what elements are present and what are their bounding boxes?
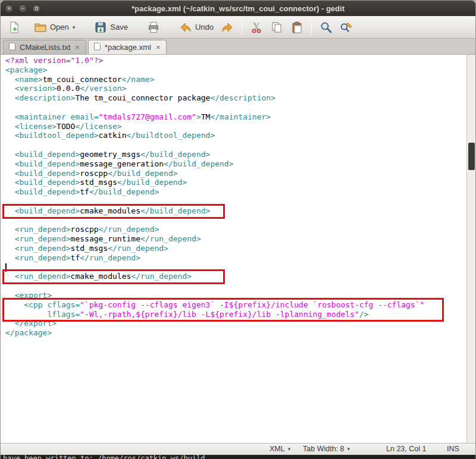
save-button[interactable]: Save: [90, 19, 131, 36]
code-token: <buildtool_depend>: [15, 131, 99, 140]
paste-button[interactable]: [287, 19, 307, 36]
tab-label: *package.xml: [105, 43, 151, 52]
code-line[interactable]: <license>TODO</license>: [5, 122, 466, 131]
code-token: </description>: [210, 93, 275, 102]
tab-package-xml[interactable]: *package.xml ×: [88, 40, 167, 54]
code-line[interactable]: <?xml version="1.0"?>: [5, 56, 466, 65]
editor-area[interactable]: <?xml version="1.0"?><package> <name>tm_…: [1, 55, 475, 443]
code-token: tm_coui_connector: [43, 75, 122, 84]
language-selector[interactable]: XML ▾: [270, 445, 290, 453]
cut-scissors-icon: [250, 21, 263, 34]
tab-width-label: Tab Width: 8: [303, 445, 344, 453]
code-line[interactable]: <run_depend>message_runtime</run_depend>: [5, 234, 466, 244]
code-token: [5, 244, 15, 253]
cursor-position: Ln 23, Col 1: [386, 445, 426, 453]
code-line[interactable]: <build_depend>geometry_msgs</build_depen…: [5, 150, 466, 159]
redo-button[interactable]: [217, 19, 237, 36]
code-token: TM: [201, 112, 211, 121]
code-token: <description>: [15, 93, 76, 102]
tab-label: CMakeLists.txt: [20, 43, 70, 52]
code-line[interactable]: <build_depend>tf</build_depend>: [5, 187, 466, 197]
print-icon: [147, 21, 160, 34]
code-token: tf: [71, 253, 80, 262]
open-folder-icon: [34, 21, 47, 34]
code-token: [5, 253, 15, 262]
paste-clipboard-icon: [290, 21, 303, 34]
code-token: <build_depend>: [15, 178, 80, 187]
code-line[interactable]: <build_depend>message_generation</build_…: [5, 159, 466, 169]
scrollbar-thumb[interactable]: [468, 143, 475, 170]
redo-icon: [221, 21, 234, 34]
code-token: <name>: [15, 75, 43, 84]
code-token: roscpp: [71, 225, 99, 234]
tab-cmakelists[interactable]: CMakeLists.txt ×: [3, 40, 86, 54]
code-token: <build_depend>: [15, 159, 80, 168]
new-document-button[interactable]: [4, 19, 24, 36]
code-line[interactable]: <buildtool_depend>catkin</buildtool_depe…: [5, 131, 466, 140]
code-line[interactable]: <run_depend>tf</run_depend>: [5, 253, 466, 263]
code-token: </run_depend>: [99, 225, 159, 234]
find-button[interactable]: [316, 19, 336, 36]
code-token: ?>: [94, 56, 104, 65]
code-token: </build_depend>: [164, 159, 233, 168]
replace-button[interactable]: [336, 19, 356, 36]
code-line[interactable]: <run_depend>std_msgs</run_depend>: [5, 244, 466, 253]
gedit-window: × − *package.xml (~/catkin_ws/src/tm_cou…: [0, 0, 476, 459]
tab-close-icon[interactable]: ×: [74, 43, 81, 51]
language-label: XML: [270, 445, 285, 453]
cut-button[interactable]: [246, 19, 267, 36]
code-line[interactable]: <package>: [5, 65, 466, 75]
code-token: <license>: [15, 122, 57, 131]
code-token: [5, 75, 15, 84]
undo-button[interactable]: Undo: [176, 19, 217, 36]
code-line[interactable]: <version>0.0.0</version>: [5, 84, 466, 93]
code-token: <run_depend>: [15, 234, 71, 243]
annotation-box-export-cpp-flags: [2, 298, 444, 322]
code-line[interactable]: [5, 140, 466, 150]
save-icon: [94, 21, 107, 34]
code-line[interactable]: <build_depend>std_msgs</build_depend>: [5, 178, 466, 187]
code-token: [5, 187, 15, 196]
code-token: </build_depend>: [140, 150, 210, 159]
code-token: </license>: [75, 122, 121, 131]
document-icon: [93, 42, 101, 52]
code-token: <build_depend>: [15, 150, 80, 159]
code-line[interactable]: <maintainer email="tmdals727@gmail.com">…: [5, 112, 466, 122]
code-line[interactable]: [5, 103, 466, 112]
code-token: <maintainer email=: [15, 112, 99, 121]
open-dropdown-icon[interactable]: ▾: [73, 24, 76, 30]
title-bar[interactable]: × − *package.xml (~/catkin_ws/src/tm_cou…: [1, 1, 475, 16]
code-token: 0.0.0: [57, 84, 80, 93]
code-token: </build_depend>: [108, 169, 177, 178]
code-line[interactable]: <description>The tm_coui_connector packa…: [5, 93, 466, 103]
undo-label: Undo: [195, 23, 214, 32]
code-line[interactable]: <build_depend>roscpp</build_depend>: [5, 169, 466, 178]
print-button[interactable]: [143, 19, 164, 36]
copy-button[interactable]: [267, 19, 287, 36]
code-line[interactable]: </package>: [5, 328, 466, 338]
open-button[interactable]: Open ▾: [30, 19, 79, 36]
code-token: [5, 178, 15, 187]
code-token: </run_depend>: [108, 244, 168, 253]
code-token: <run_depend>: [15, 244, 71, 253]
code-token: </buildtool_depend>: [127, 131, 215, 140]
code-token: tf: [80, 187, 89, 196]
status-bar: XML ▾ Tab Width: 8 ▾ Ln 23, Col 1 INS: [1, 443, 475, 455]
code-line[interactable]: <name>tm_coui_connector</name>: [5, 75, 466, 84]
document-icon: [8, 42, 16, 52]
code-token: [5, 159, 15, 168]
annotation-box-build-depend-cmake-modules: [2, 204, 225, 219]
code-token: geometry_msgs: [80, 150, 140, 159]
code-token: </run_depend>: [140, 234, 201, 243]
code-token: </maintainer>: [210, 112, 271, 121]
code-token: [5, 234, 15, 243]
code-token: std_msgs: [80, 178, 117, 187]
code-token: "1.0": [71, 56, 94, 65]
code-token: [5, 84, 15, 93]
toolbar: Open ▾ Save Undo: [1, 16, 475, 39]
tab-width-selector[interactable]: Tab Width: 8 ▾: [303, 445, 350, 453]
tab-close-icon[interactable]: ×: [155, 43, 162, 51]
code-line[interactable]: <run_depend>roscpp</run_depend>: [5, 225, 466, 234]
code-area[interactable]: <?xml version="1.0"?><package> <name>tm_…: [1, 56, 466, 338]
vertical-scrollbar[interactable]: [466, 55, 475, 443]
